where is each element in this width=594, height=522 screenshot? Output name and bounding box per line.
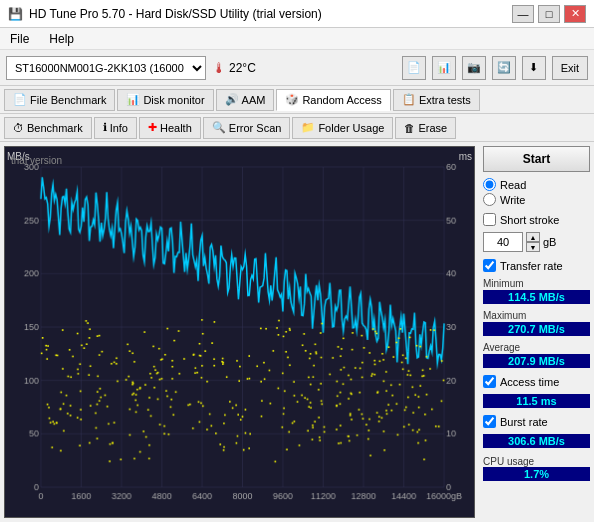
- toolbar-btn-2[interactable]: 📊: [432, 56, 456, 80]
- title-bar: 💾 HD Tune Pro 5.70 - Hard Disk/SSD Utili…: [0, 0, 594, 28]
- random-access-icon: 🎲: [285, 93, 299, 106]
- maximum-stat: Maximum 270.7 MB/s: [483, 310, 590, 336]
- close-button[interactable]: ✕: [564, 5, 586, 23]
- read-radio[interactable]: [483, 178, 496, 191]
- transfer-rate-checkbox[interactable]: [483, 259, 496, 272]
- stroke-value-input[interactable]: [483, 232, 523, 252]
- tab-folder-usage[interactable]: 📁 Folder Usage: [292, 117, 393, 139]
- stroke-down-button[interactable]: ▼: [526, 242, 540, 252]
- info-icon: ℹ: [103, 121, 107, 134]
- chart-y-label-right: ms: [459, 151, 472, 162]
- toolbar-btn-4[interactable]: 🔄: [492, 56, 516, 80]
- tab-benchmark[interactable]: ⏱ Benchmark: [4, 117, 92, 139]
- tab-aam[interactable]: 🔊 AAM: [216, 89, 275, 111]
- stroke-spinner-row: ▲ ▼ gB: [483, 232, 590, 252]
- menu-help[interactable]: Help: [45, 31, 78, 47]
- access-time-value: 11.5 ms: [483, 394, 590, 408]
- toolbar-btn-3[interactable]: 📷: [462, 56, 486, 80]
- burst-rate-value: 306.6 MB/s: [483, 434, 590, 448]
- minimum-value: 114.5 MB/s: [483, 290, 590, 304]
- cpu-label: CPU usage: [483, 456, 590, 467]
- tab-random-access[interactable]: 🎲 Random Access: [276, 89, 390, 111]
- stroke-up-button[interactable]: ▲: [526, 232, 540, 242]
- transfer-rate-checkbox-label[interactable]: Transfer rate: [483, 259, 590, 272]
- maximum-label: Maximum: [483, 310, 590, 321]
- burst-rate-checkbox-label[interactable]: Burst rate: [483, 415, 590, 428]
- erase-icon: 🗑: [404, 122, 415, 134]
- tab-file-benchmark[interactable]: 📄 File Benchmark: [4, 89, 115, 111]
- tab-health[interactable]: ✚ Health: [139, 117, 201, 139]
- tab-erase[interactable]: 🗑 Erase: [395, 117, 456, 139]
- benchmark-icon: ⏱: [13, 122, 24, 134]
- drive-selector[interactable]: ST16000NM001G-2KK103 (16000 gB): [6, 56, 206, 80]
- chart-area: MB/s ms trial version: [4, 146, 475, 518]
- extra-tests-icon: 📋: [402, 93, 416, 106]
- toolbar: ST16000NM001G-2KK103 (16000 gB) 🌡 22°C 📄…: [0, 50, 594, 86]
- minimum-label: Minimum: [483, 278, 590, 289]
- tab-extra-tests[interactable]: 📋 Extra tests: [393, 89, 480, 111]
- menu-file[interactable]: File: [6, 31, 33, 47]
- average-value: 207.9 MB/s: [483, 354, 590, 368]
- nav-row-2: ⏱ Benchmark ℹ Info ✚ Health 🔍 Error Scan…: [0, 114, 594, 142]
- start-button[interactable]: Start: [483, 146, 590, 172]
- tab-info[interactable]: ℹ Info: [94, 117, 137, 139]
- chart-watermark: trial version: [11, 155, 62, 166]
- maximum-value: 270.7 MB/s: [483, 322, 590, 336]
- thermometer-icon: 🌡: [212, 60, 226, 76]
- average-stat: Average 207.9 MB/s: [483, 342, 590, 368]
- health-icon: ✚: [148, 121, 157, 134]
- read-radio-label[interactable]: Read: [483, 178, 590, 191]
- error-scan-icon: 🔍: [212, 121, 226, 134]
- minimum-stat: Minimum 114.5 MB/s: [483, 278, 590, 304]
- average-label: Average: [483, 342, 590, 353]
- disk-monitor-icon: 📊: [126, 93, 140, 106]
- stroke-spin-buttons: ▲ ▼: [526, 232, 540, 252]
- title-text: HD Tune Pro 5.70 - Hard Disk/SSD Utility…: [29, 7, 322, 21]
- stroke-unit-label: gB: [543, 236, 556, 248]
- access-time-stat: 11.5 ms: [483, 394, 590, 408]
- access-time-checkbox[interactable]: [483, 375, 496, 388]
- app-icon: 💾: [8, 7, 23, 21]
- aam-icon: 🔊: [225, 93, 239, 106]
- file-benchmark-icon: 📄: [13, 93, 27, 106]
- short-stroke-checkbox[interactable]: [483, 213, 496, 226]
- menu-bar: File Help: [0, 28, 594, 50]
- tab-error-scan[interactable]: 🔍 Error Scan: [203, 117, 291, 139]
- short-stroke-checkbox-label[interactable]: Short stroke: [483, 213, 590, 226]
- temperature-display: 22°C: [229, 61, 256, 75]
- nav-row-1: 📄 File Benchmark 📊 Disk monitor 🔊 AAM 🎲 …: [0, 86, 594, 114]
- tab-disk-monitor[interactable]: 📊 Disk monitor: [117, 89, 213, 111]
- cpu-usage-stat: CPU usage 1.7%: [483, 454, 590, 481]
- access-time-checkbox-label[interactable]: Access time: [483, 375, 590, 388]
- read-write-group: Read Write: [483, 178, 590, 206]
- folder-usage-icon: 📁: [301, 121, 315, 134]
- main-content: MB/s ms trial version Start Read Write S…: [0, 142, 594, 522]
- cpu-value: 1.7%: [483, 467, 590, 481]
- exit-button[interactable]: Exit: [552, 56, 588, 80]
- burst-rate-checkbox[interactable]: [483, 415, 496, 428]
- right-panel: Start Read Write Short stroke ▲ ▼ gB: [479, 142, 594, 522]
- toolbar-btn-1[interactable]: 📄: [402, 56, 426, 80]
- maximize-button[interactable]: □: [538, 5, 560, 23]
- burst-rate-stat: 306.6 MB/s: [483, 434, 590, 448]
- write-radio-label[interactable]: Write: [483, 193, 590, 206]
- chart-canvas: [5, 147, 474, 517]
- minimize-button[interactable]: —: [512, 5, 534, 23]
- toolbar-btn-5[interactable]: ⬇: [522, 56, 546, 80]
- write-radio[interactable]: [483, 193, 496, 206]
